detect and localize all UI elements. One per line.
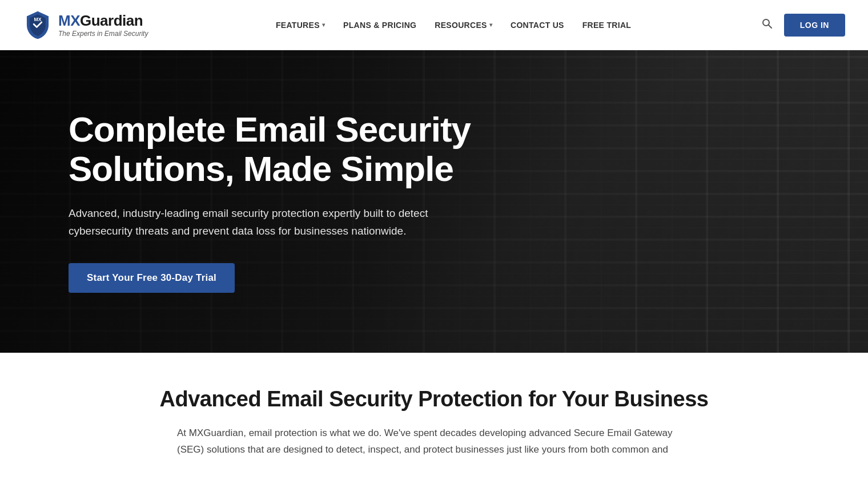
search-button[interactable] [759, 15, 775, 34]
search-icon [761, 18, 773, 32]
logo-tagline: The Experts in Email Security [58, 30, 148, 38]
nav-actions: LOG IN [759, 14, 845, 37]
section-body: At MXGuardian, email protection is what … [177, 425, 691, 458]
shield-logo-icon: MX [23, 10, 53, 40]
below-hero-section: Advanced Email Security Protection for Y… [0, 353, 868, 470]
hero-heading: Complete Email Security Solutions, Made … [69, 110, 471, 188]
logo-link[interactable]: MX MXGuardian The Experts in Email Secur… [23, 10, 148, 40]
logo-brand-name: MXGuardian [58, 12, 148, 30]
chevron-down-icon: ▾ [322, 22, 325, 28]
chevron-down-icon: ▾ [489, 22, 492, 28]
start-trial-button[interactable]: Start Your Free 30-Day Trial [69, 263, 235, 293]
nav-item-features[interactable]: FEATURES ▾ [276, 21, 325, 30]
login-button[interactable]: LOG IN [784, 14, 845, 37]
site-header: MX MXGuardian The Experts in Email Secur… [0, 0, 868, 50]
svg-text:MX: MX [34, 17, 42, 22]
nav-item-resources[interactable]: RESOURCES ▾ [435, 21, 492, 30]
hero-section: Complete Email Security Solutions, Made … [0, 50, 868, 353]
nav-item-plans[interactable]: PLANS & PRICING [343, 21, 416, 30]
svg-line-2 [769, 25, 771, 28]
nav-item-contact[interactable]: CONTACT US [511, 21, 564, 30]
nav-item-free-trial[interactable]: FREE TRIAL [582, 21, 631, 30]
section-title: Advanced Email Security Protection for Y… [120, 387, 748, 412]
main-nav: FEATURES ▾ PLANS & PRICING RESOURCES ▾ C… [276, 21, 631, 30]
hero-content: Complete Email Security Solutions, Made … [0, 64, 493, 338]
hero-subtext: Advanced, industry-leading email securit… [69, 204, 457, 240]
